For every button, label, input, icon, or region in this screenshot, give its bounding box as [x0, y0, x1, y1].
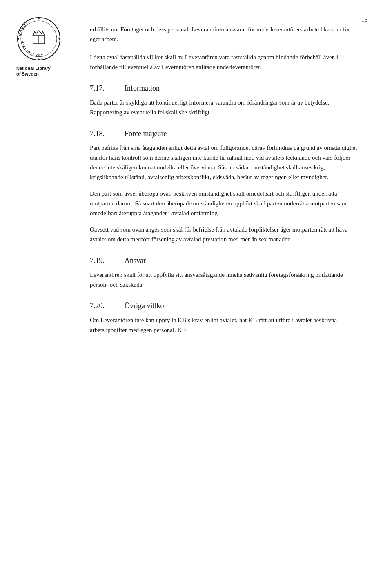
section-7-18-para-2: Den part som avser åberopa ovan beskrive… — [90, 189, 359, 218]
section-7-20-heading: 7.20. Övriga villkor — [90, 302, 359, 310]
section-7-19: 7.19. Ansvar Leverantören skall för att … — [90, 256, 359, 290]
section-7-20-number: 7.20. — [90, 302, 112, 310]
logo-org-name: National Library of Sweden — [16, 65, 51, 77]
section-7-20-body: Om Leverantören inte kan uppfylla KB:s k… — [90, 315, 359, 335]
svg-point-11 — [59, 38, 60, 40]
section-7-17-title: Information — [125, 84, 160, 93]
main-content: erhållits om Företaget och dess personal… — [90, 24, 359, 335]
svg-point-9 — [38, 59, 40, 60]
logo-area: KUNGL. BIBLIOTEKET — [16, 16, 78, 77]
section-7-19-title: Ansvar — [125, 256, 146, 265]
section-7-18-body: Part befrias från sina åtaganden enligt … — [90, 143, 359, 244]
page: 16 KUNGL. — [0, 0, 392, 579]
section-7-18-para-1: Part befrias från sina åtaganden enligt … — [90, 143, 359, 182]
section-7-17: 7.17. Information Båda parter är skyldig… — [90, 84, 359, 117]
section-7-18-title: Force majeure — [125, 129, 167, 138]
section-7-18-para-3: Oavsett vad som ovan anges som skäl för … — [90, 225, 359, 244]
section-7-19-body: Leverantören skall för att uppfylla sitt… — [90, 270, 359, 290]
page-number: 16 — [361, 16, 368, 23]
intro-paragraph-2: I detta avtal fastställda villkor skall … — [90, 52, 359, 72]
section-7-19-number: 7.19. — [90, 256, 112, 265]
section-7-18-heading: 7.18. Force majeure — [90, 129, 359, 138]
logo-circle: KUNGL. BIBLIOTEKET — [16, 16, 61, 61]
section-7-18-number: 7.18. — [90, 129, 112, 138]
intro-paragraph-1: erhållits om Företaget och dess personal… — [90, 24, 359, 44]
section-7-17-number: 7.17. — [90, 84, 112, 93]
svg-point-8 — [38, 18, 40, 19]
section-7-20-para-1: Om Leverantören inte kan uppfylla KB:s k… — [90, 315, 359, 335]
section-7-17-body: Båda parter är skyldiga att kontinuerlig… — [90, 98, 359, 117]
section-7-17-para-1: Båda parter är skyldiga att kontinuerlig… — [90, 98, 359, 117]
section-7-18: 7.18. Force majeure Part befrias från si… — [90, 129, 359, 244]
svg-point-6 — [33, 35, 34, 36]
svg-point-7 — [44, 35, 45, 36]
svg-point-10 — [18, 38, 19, 40]
section-7-19-para-1: Leverantören skall för att uppfylla sitt… — [90, 270, 359, 290]
section-7-20-title: Övriga villkor — [125, 302, 166, 310]
section-7-17-heading: 7.17. Information — [90, 84, 359, 93]
section-7-20: 7.20. Övriga villkor Om Leverantören int… — [90, 302, 359, 335]
section-7-19-heading: 7.19. Ansvar — [90, 256, 359, 265]
